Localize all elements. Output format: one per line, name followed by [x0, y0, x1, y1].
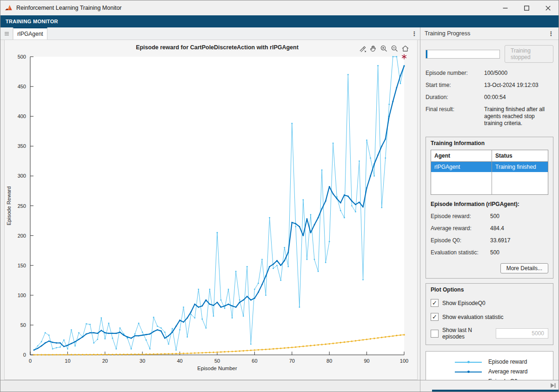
- close-icon: [546, 6, 551, 11]
- pan-icon[interactable]: [369, 44, 378, 53]
- plot-options-box: Plot Options ✓ Show EpisodeQ0 ✓ Show eva…: [426, 283, 553, 345]
- panel-body: Training stopped Episode number: 100/500…: [420, 40, 559, 380]
- panel-options-button[interactable]: ⋮: [546, 30, 557, 37]
- svg-text:350: 350: [18, 143, 26, 149]
- svg-text:50: 50: [20, 322, 26, 328]
- field-label: Average reward:: [431, 225, 486, 237]
- svg-text:0: 0: [29, 358, 32, 364]
- field-value: 484.4: [490, 225, 548, 237]
- svg-text:10: 10: [65, 358, 70, 364]
- table-empty-space: [431, 172, 548, 195]
- training-chart: 0102030405060708090100050100150200250300…: [5, 40, 417, 379]
- training-information-title: Training Information: [431, 140, 548, 146]
- document-tabstrip: rlPGAgent ⋮: [0, 27, 420, 40]
- legend-entry-episode-q0: Episode Q0: [429, 377, 550, 380]
- panel-header: Training Progress ⋮: [420, 27, 559, 40]
- checkbox-row: Show last N episodes: [431, 327, 548, 340]
- table-header-agent: Agent: [431, 150, 492, 162]
- window-controls: [494, 0, 559, 15]
- main-area: rlPGAgent ⋮: [0, 27, 559, 380]
- app-window: Reinforcement Learning Training Monitor …: [0, 0, 559, 392]
- svg-text:Episode reward for CartPoleDis: Episode reward for CartPoleDiscreteActio…: [136, 44, 299, 51]
- panel-title: Training Progress: [425, 30, 470, 37]
- maximize-icon: [524, 6, 529, 11]
- table-header-status: Status: [492, 150, 548, 162]
- field-label: Final result:: [426, 106, 480, 132]
- svg-text:450: 450: [18, 84, 26, 89]
- progress-fields: Episode number: 100/5000 Start time: 13-…: [426, 70, 553, 132]
- field-label: Duration:: [426, 94, 480, 106]
- document-area: rlPGAgent ⋮: [0, 27, 420, 380]
- zoom-in-icon[interactable]: [379, 44, 388, 53]
- svg-text:20: 20: [102, 358, 108, 364]
- more-details-button[interactable]: More Details...: [500, 263, 548, 273]
- figure-scrollbar[interactable]: [0, 380, 420, 392]
- svg-text:80: 80: [326, 358, 332, 364]
- tab-label: rlPGAgent: [17, 31, 43, 37]
- document-list-icon: [4, 31, 9, 36]
- progress-row: Training stopped: [426, 45, 553, 63]
- ribbon-toolstrip: TRAINING MONITOR: [0, 15, 559, 27]
- svg-text:100: 100: [18, 292, 26, 298]
- titlebar: Reinforcement Learning Training Monitor: [0, 0, 559, 15]
- ribbon-tab-training-monitor[interactable]: TRAINING MONITOR: [6, 19, 58, 24]
- field-value: 500: [490, 213, 548, 225]
- tabstrip-overflow-button[interactable]: ⋮: [409, 27, 420, 40]
- training-stopped-button[interactable]: Training stopped: [505, 45, 553, 63]
- field-value: 100/5000: [484, 70, 553, 82]
- n-episodes-input[interactable]: [496, 328, 548, 339]
- field-value: 13-Oct-2024 19:12:03: [484, 82, 553, 94]
- svg-text:300: 300: [18, 173, 26, 179]
- chart-legend: Episode reward Average reward: [426, 351, 553, 380]
- legend-label: Episode reward: [488, 359, 527, 365]
- minimize-icon: [503, 6, 508, 11]
- close-button[interactable]: [537, 0, 559, 15]
- svg-text:90: 90: [364, 358, 369, 364]
- window-bottom-accent: [432, 390, 559, 392]
- field-value: Training finished after all agents reach…: [484, 106, 553, 132]
- tab-rlpgagent[interactable]: rlPGAgent: [13, 27, 47, 40]
- agent-status-table: Agent Status rlPGAgent Training finished: [431, 150, 548, 195]
- field-value: 00:00:54: [484, 94, 553, 106]
- document-bar-menu-button[interactable]: [0, 27, 13, 40]
- show-last-n-episodes-checkbox[interactable]: [431, 330, 439, 338]
- svg-text:30: 30: [140, 358, 145, 364]
- checkbox-row: ✓ Show evaluation statistic: [431, 313, 548, 321]
- maximize-button[interactable]: [516, 0, 537, 15]
- zoom-out-icon[interactable]: [390, 44, 399, 53]
- svg-text:70: 70: [289, 358, 295, 364]
- field-label: Episode number:: [426, 70, 480, 82]
- field-value: 500: [490, 249, 548, 261]
- field-label: Episode Q0:: [431, 237, 486, 249]
- field-label: Start time:: [426, 82, 480, 94]
- export-figure-icon[interactable]: [358, 44, 367, 53]
- axes-toolbar: [358, 44, 410, 53]
- show-evaluation-statistic-checkbox[interactable]: ✓: [431, 313, 439, 321]
- minimize-button[interactable]: [494, 0, 516, 15]
- episode-information-title: Episode Information (rlPGAgent):: [431, 201, 548, 207]
- svg-text:250: 250: [18, 203, 26, 209]
- training-progress-bar: [426, 50, 500, 59]
- matlab-logo-icon: [5, 4, 13, 12]
- window-title: Reinforcement Learning Training Monitor: [16, 5, 122, 11]
- cell-agent: rlPGAgent: [431, 162, 492, 173]
- legend-entry-average-reward: Average reward: [429, 367, 550, 377]
- svg-text:0: 0: [23, 352, 26, 358]
- checkbox-label: Show last N episodes: [442, 327, 492, 340]
- field-label: Evaluation statistic:: [431, 249, 486, 261]
- progress-fill: [426, 50, 427, 58]
- figure-panel: 0102030405060708090100050100150200250300…: [4, 40, 418, 380]
- training-progress-panel: Training Progress ⋮ Training stopped Epi…: [420, 27, 559, 380]
- show-episodeq0-checkbox[interactable]: ✓: [431, 299, 439, 307]
- cell-status: Training finished: [492, 162, 548, 173]
- statusbar: [0, 380, 559, 392]
- legend-entry-episode-reward: Episode reward: [429, 357, 550, 367]
- restore-view-home-icon[interactable]: [401, 44, 410, 53]
- legend-label: Average reward: [488, 368, 528, 375]
- svg-text:150: 150: [18, 263, 26, 268]
- table-row[interactable]: rlPGAgent Training finished: [431, 162, 548, 173]
- field-value: 33.6917: [490, 237, 548, 249]
- svg-text:Episode Reward: Episode Reward: [6, 186, 12, 226]
- svg-text:400: 400: [18, 113, 26, 119]
- average-reward-line-sample: [455, 369, 482, 375]
